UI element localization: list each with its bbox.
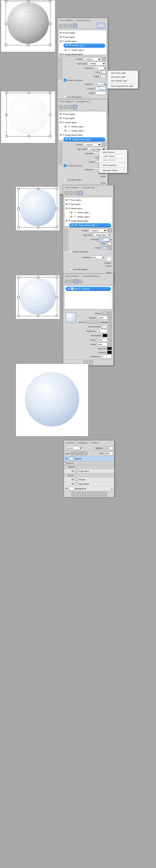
transform-bbox[interactable] <box>18 189 57 227</box>
environment-menu-icon[interactable] <box>108 325 112 329</box>
materials-filter-icon[interactable] <box>68 24 72 28</box>
link-layers-icon[interactable] <box>72 492 76 496</box>
lights-tree[interactable]: Point lights Spot lights Infinite lights… <box>64 197 112 226</box>
layer-list[interactable]: Sphere Textures Diffuse Color Fill 1 Bum… <box>64 456 114 491</box>
preset-menu-icon[interactable] <box>103 57 106 61</box>
visibility-toggle[interactable] <box>59 31 63 34</box>
preset-select[interactable]: Custom <box>89 229 107 232</box>
light-infinite-2[interactable]: Infinite Light 2 <box>77 216 90 218</box>
materials-filter-icon[interactable] <box>74 191 78 195</box>
disclosure-icon[interactable] <box>63 118 65 119</box>
lock-pixels-icon[interactable] <box>75 452 79 455</box>
menu-new-texture[interactable]: New Texture... <box>99 150 127 154</box>
lights-filter-icon[interactable] <box>73 24 77 28</box>
shine-input[interactable] <box>97 342 107 346</box>
visibility-toggle[interactable] <box>59 39 63 43</box>
light-infinite-1[interactable]: Infinite Light 1 <box>77 212 90 214</box>
gloss-menu-icon[interactable] <box>108 338 112 342</box>
scene-filter-icon[interactable] <box>65 280 68 283</box>
transform-bbox[interactable] <box>18 277 57 316</box>
light-infinite-2[interactable]: Infinite Light 2 <box>71 49 84 51</box>
materials-tree[interactable]: Sphere_Material <box>64 286 112 309</box>
menu-new-point-light[interactable]: New Point Light <box>107 71 138 75</box>
visibility-toggle[interactable] <box>59 53 63 56</box>
illumination-swatch[interactable] <box>103 334 107 337</box>
reflection-menu-icon[interactable] <box>108 329 112 333</box>
image-menu-icon[interactable] <box>108 246 112 249</box>
rotate-light-icon[interactable] <box>58 58 62 61</box>
disclosure-icon[interactable] <box>69 199 70 200</box>
tab-layers[interactable]: LAYERS <box>64 440 75 445</box>
visibility-toggle[interactable] <box>59 113 63 116</box>
rotate-light-icon[interactable] <box>58 143 62 147</box>
visibility-toggle[interactable] <box>67 287 70 290</box>
color-swatch[interactable] <box>102 70 106 74</box>
disclosure-icon[interactable] <box>69 208 70 209</box>
visibility-toggle[interactable] <box>71 482 74 486</box>
visibility-toggle[interactable] <box>64 125 67 128</box>
diffuse-swatch[interactable] <box>103 312 107 315</box>
create-shadows-checkbox[interactable] <box>64 164 66 167</box>
shine-menu-icon[interactable] <box>108 342 112 346</box>
pan-light-icon[interactable] <box>64 234 68 237</box>
lights-tree[interactable]: Point lights Spot lights Infinite lights… <box>58 111 107 141</box>
stepper-icon[interactable]: ▸ <box>103 256 104 258</box>
bump-menu-icon[interactable] <box>108 320 112 324</box>
visibility-toggle[interactable] <box>65 457 68 460</box>
visibility-toggle[interactable] <box>70 215 73 218</box>
slide-light-icon[interactable] <box>64 238 68 242</box>
disclosure-icon[interactable] <box>63 32 65 33</box>
softness-input[interactable] <box>92 255 103 259</box>
image-slot[interactable] <box>102 246 107 249</box>
gloss-input[interactable] <box>97 338 107 342</box>
layer-group-icon[interactable] <box>92 492 96 496</box>
transform-bbox[interactable] <box>6 1 50 45</box>
visibility-toggle[interactable] <box>59 121 63 124</box>
slide-light-icon[interactable] <box>58 152 62 156</box>
visibility-toggle[interactable] <box>64 49 67 52</box>
menu-new-image-based-light[interactable]: New Image Based Light <box>107 84 138 88</box>
reflection-input[interactable] <box>97 329 107 333</box>
menu-new-spot-light[interactable]: New Spot Light <box>107 75 138 79</box>
slide-light-icon[interactable] <box>58 67 62 70</box>
disclosure-icon[interactable] <box>63 134 65 135</box>
tab-3d-lights[interactable]: 3D {LIGHTS} <box>75 99 91 104</box>
preset-select[interactable]: Custom <box>83 57 102 61</box>
bump-slider[interactable] <box>85 321 100 323</box>
layers-panel[interactable]: LAYERS CHANNELS PATHS Normal Opacity: Lo… <box>64 440 114 497</box>
visibility-toggle[interactable] <box>70 211 73 214</box>
materials-filter-icon[interactable] <box>74 280 78 283</box>
mesh-filter-icon[interactable] <box>64 24 67 28</box>
visibility-toggle[interactable] <box>71 224 74 227</box>
create-shadows-checkbox[interactable] <box>64 79 66 82</box>
point-at-center-icon[interactable] <box>58 75 62 79</box>
materials-filter-icon[interactable] <box>68 105 72 109</box>
tab-paths[interactable]: PATHS <box>90 440 100 445</box>
layer-background[interactable]: Background 🔒 <box>64 486 114 491</box>
stepper-icon[interactable]: ▸ <box>105 67 106 69</box>
light-image-based-1[interactable]: Image Based Light 1 <box>78 224 97 226</box>
transform-bbox[interactable] <box>6 93 50 136</box>
opacity-input[interactable] <box>97 316 107 319</box>
lock-transparency-icon[interactable] <box>71 452 74 455</box>
specular-swatch[interactable] <box>107 347 112 350</box>
point-at-origin-icon[interactable] <box>58 156 62 160</box>
lights-filter-icon[interactable] <box>73 105 77 109</box>
lock-all-icon[interactable] <box>84 452 88 455</box>
light-infinite-1[interactable]: Infinite Light 1 <box>71 126 84 128</box>
layer-mask-icon[interactable] <box>82 492 86 496</box>
visibility-toggle[interactable] <box>59 133 63 136</box>
point-at-origin-icon[interactable] <box>64 243 68 246</box>
refraction-input[interactable] <box>102 355 112 358</box>
point-at-center-icon[interactable] <box>64 247 68 251</box>
visibility-toggle[interactable] <box>65 487 68 490</box>
tab-3d-materials[interactable]: 3D {MATERIALS} <box>81 274 101 279</box>
light-tool-icons[interactable] <box>64 229 68 251</box>
visibility-toggle[interactable] <box>65 203 68 206</box>
pan-light-icon[interactable] <box>58 148 62 151</box>
lights-panel[interactable]: TOOL PRESET 3D {LIGHTS} Point lights Spo… <box>63 185 114 284</box>
material-sphere[interactable]: Sphere_Material <box>74 288 90 290</box>
layer-style-icon[interactable] <box>77 492 81 496</box>
blend-mode-select[interactable]: Normal <box>65 446 83 450</box>
adjustment-layer-icon[interactable] <box>87 492 91 496</box>
